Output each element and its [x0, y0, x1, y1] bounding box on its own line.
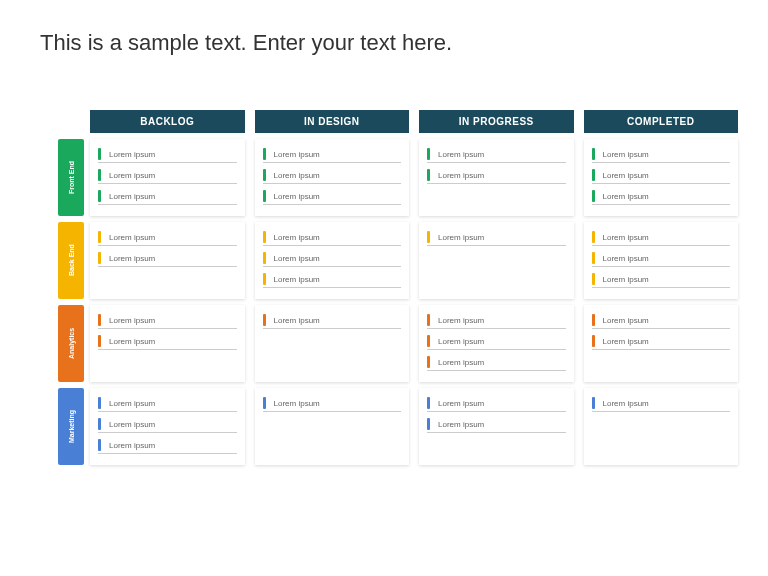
card-item-text: Lorem ipsum: [603, 150, 649, 159]
color-tick-icon: [427, 231, 430, 243]
row-label: Back End: [58, 222, 84, 299]
color-tick-icon: [427, 418, 430, 430]
color-tick-icon: [263, 231, 266, 243]
color-tick-icon: [427, 148, 430, 160]
board-row: Back EndLorem ipsumLorem ipsumLorem ipsu…: [30, 222, 738, 299]
row-cells: Lorem ipsumLorem ipsumLorem ipsumLorem i…: [90, 222, 738, 299]
card-item: Lorem ipsum: [263, 270, 402, 288]
kanban-board: BACKLOG IN DESIGN IN PROGRESS COMPLETED …: [30, 110, 738, 556]
page-title: This is a sample text. Enter your text h…: [40, 30, 452, 56]
board-cell: Lorem ipsumLorem ipsumLorem ipsum: [255, 222, 410, 299]
color-tick-icon: [263, 169, 266, 181]
card-item-text: Lorem ipsum: [109, 337, 155, 346]
color-tick-icon: [98, 231, 101, 243]
board-cell: Lorem ipsum: [419, 222, 574, 299]
card-item-text: Lorem ipsum: [603, 275, 649, 284]
card-item-text: Lorem ipsum: [438, 358, 484, 367]
card-item-text: Lorem ipsum: [274, 316, 320, 325]
card-item-text: Lorem ipsum: [109, 420, 155, 429]
color-tick-icon: [98, 148, 101, 160]
board-cell: Lorem ipsumLorem ipsum: [90, 305, 245, 382]
color-tick-icon: [592, 335, 595, 347]
color-tick-icon: [98, 252, 101, 264]
board-cell: Lorem ipsum: [584, 388, 739, 465]
color-tick-icon: [427, 335, 430, 347]
card-item-text: Lorem ipsum: [438, 150, 484, 159]
board-cell: Lorem ipsumLorem ipsumLorem ipsum: [90, 139, 245, 216]
color-tick-icon: [592, 252, 595, 264]
col-header-in-progress: IN PROGRESS: [419, 110, 574, 133]
card-item-text: Lorem ipsum: [603, 399, 649, 408]
color-tick-icon: [592, 148, 595, 160]
card-item: Lorem ipsum: [98, 415, 237, 433]
card-item-text: Lorem ipsum: [438, 337, 484, 346]
card-item: Lorem ipsum: [427, 166, 566, 184]
card-item: Lorem ipsum: [98, 249, 237, 267]
card-item-text: Lorem ipsum: [274, 192, 320, 201]
board-cell: Lorem ipsum: [255, 388, 410, 465]
color-tick-icon: [427, 169, 430, 181]
card-item-text: Lorem ipsum: [603, 337, 649, 346]
card-item-text: Lorem ipsum: [274, 171, 320, 180]
card-item-text: Lorem ipsum: [109, 192, 155, 201]
card-item: Lorem ipsum: [263, 166, 402, 184]
card-item: Lorem ipsum: [98, 311, 237, 329]
board-cell: Lorem ipsumLorem ipsumLorem ipsum: [255, 139, 410, 216]
card-item-text: Lorem ipsum: [274, 399, 320, 408]
card-item: Lorem ipsum: [98, 228, 237, 246]
color-tick-icon: [263, 252, 266, 264]
color-tick-icon: [263, 314, 266, 326]
color-tick-icon: [592, 169, 595, 181]
row-label: Front End: [58, 139, 84, 216]
row-cells: Lorem ipsumLorem ipsumLorem ipsumLorem i…: [90, 139, 738, 216]
card-item: Lorem ipsum: [592, 270, 731, 288]
color-tick-icon: [98, 439, 101, 451]
card-item: Lorem ipsum: [263, 145, 402, 163]
row-label-wrap: Front End: [30, 139, 90, 216]
card-item-text: Lorem ipsum: [274, 254, 320, 263]
color-tick-icon: [263, 190, 266, 202]
row-cells: Lorem ipsumLorem ipsumLorem ipsumLorem i…: [90, 305, 738, 382]
card-item-text: Lorem ipsum: [438, 316, 484, 325]
card-item-text: Lorem ipsum: [603, 316, 649, 325]
card-item: Lorem ipsum: [98, 166, 237, 184]
card-item: Lorem ipsum: [592, 145, 731, 163]
board-cell: Lorem ipsumLorem ipsum: [90, 222, 245, 299]
card-item-text: Lorem ipsum: [109, 254, 155, 263]
card-item-text: Lorem ipsum: [438, 420, 484, 429]
board-cell: Lorem ipsum: [255, 305, 410, 382]
color-tick-icon: [263, 273, 266, 285]
card-item-text: Lorem ipsum: [274, 150, 320, 159]
color-tick-icon: [263, 397, 266, 409]
col-header-completed: COMPLETED: [584, 110, 739, 133]
row-label: Analytics: [58, 305, 84, 382]
card-item-text: Lorem ipsum: [109, 441, 155, 450]
column-headers: BACKLOG IN DESIGN IN PROGRESS COMPLETED: [90, 110, 738, 133]
card-item: Lorem ipsum: [263, 228, 402, 246]
card-item: Lorem ipsum: [592, 394, 731, 412]
board-cell: Lorem ipsumLorem ipsumLorem ipsum: [419, 305, 574, 382]
card-item: Lorem ipsum: [263, 394, 402, 412]
card-item: Lorem ipsum: [263, 311, 402, 329]
card-item-text: Lorem ipsum: [109, 399, 155, 408]
card-item: Lorem ipsum: [592, 187, 731, 205]
card-item: Lorem ipsum: [263, 187, 402, 205]
card-item: Lorem ipsum: [427, 415, 566, 433]
card-item-text: Lorem ipsum: [603, 233, 649, 242]
card-item: Lorem ipsum: [427, 145, 566, 163]
card-item: Lorem ipsum: [98, 436, 237, 454]
card-item-text: Lorem ipsum: [109, 233, 155, 242]
color-tick-icon: [427, 356, 430, 368]
card-item: Lorem ipsum: [427, 311, 566, 329]
card-item-text: Lorem ipsum: [274, 275, 320, 284]
row-label-wrap: Marketing: [30, 388, 90, 465]
board-cell: Lorem ipsumLorem ipsumLorem ipsum: [584, 222, 739, 299]
color-tick-icon: [592, 190, 595, 202]
card-item: Lorem ipsum: [427, 228, 566, 246]
card-item-text: Lorem ipsum: [109, 316, 155, 325]
color-tick-icon: [592, 397, 595, 409]
card-item-text: Lorem ipsum: [109, 150, 155, 159]
card-item: Lorem ipsum: [98, 394, 237, 412]
row-cells: Lorem ipsumLorem ipsumLorem ipsumLorem i…: [90, 388, 738, 465]
card-item: Lorem ipsum: [592, 249, 731, 267]
